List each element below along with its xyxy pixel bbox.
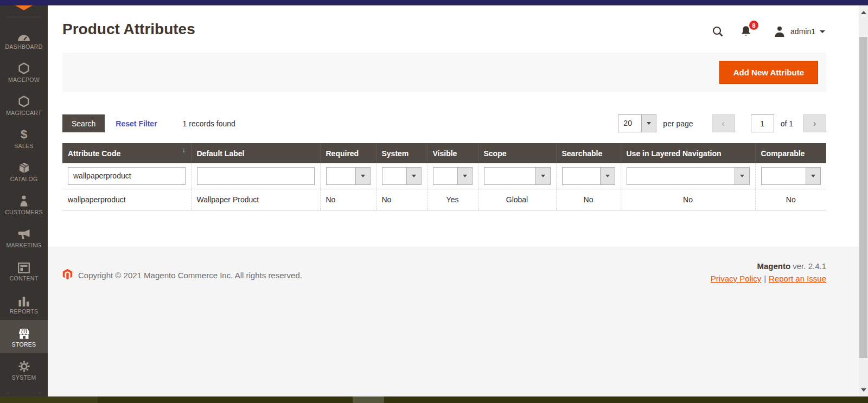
sidebar: DASHBOARD MAGEPOW MAGICCART $ SALES CATA… (0, 5, 48, 396)
admin-account-menu[interactable]: admin1 (774, 25, 825, 37)
per-page-select[interactable]: 20 (618, 114, 656, 132)
bottom-taskbar-edge (0, 396, 868, 403)
dropdown-arrow-icon[interactable] (806, 168, 820, 184)
dropdown-arrow-icon[interactable] (600, 168, 615, 184)
sidebar-item-catalog[interactable]: CATALOG (0, 155, 48, 188)
main-content: Product Attributes 8 admin1 Add New Attr… (48, 5, 859, 396)
reset-filter-link[interactable]: Reset Filter (116, 119, 157, 128)
page-number-input[interactable] (751, 114, 774, 132)
sidebar-item-system[interactable]: SYSTEM (0, 353, 48, 386)
dashboard-icon (17, 28, 31, 42)
chevron-down-icon (820, 30, 825, 33)
grid-data-row[interactable]: wallpaperproduct Wallpaper Product No No… (62, 189, 826, 210)
column-header-comparable[interactable]: Comparable (755, 143, 826, 163)
filter-attribute-code-input[interactable] (68, 167, 186, 185)
report-an-issue-link[interactable]: Report an Issue (769, 274, 826, 283)
stores-icon (17, 325, 31, 340)
filter-system-select[interactable] (382, 167, 422, 185)
user-icon (774, 25, 786, 37)
filter-layered-navigation-select[interactable] (627, 167, 750, 185)
per-page-label: per page (663, 119, 693, 128)
scroll-up-arrow[interactable] (859, 8, 868, 17)
cell-searchable[interactable]: No (556, 189, 621, 210)
cell-comparable[interactable]: No (755, 189, 826, 210)
column-header-visible[interactable]: Visible (427, 143, 478, 163)
sidebar-divider (7, 17, 41, 17)
grid-toolbar: Search Reset Filter 1 records found 20 p… (62, 114, 826, 132)
notifications-bell-icon[interactable]: 8 (740, 25, 752, 38)
magento-logo-icon (62, 268, 73, 282)
sidebar-item-magepow[interactable]: MAGEPOW (0, 55, 48, 88)
sidebar-item-label: SYSTEM (12, 374, 36, 381)
cell-attribute-code[interactable]: wallpaperproduct (62, 189, 191, 210)
sidebar-item-content[interactable]: CONTENT (0, 254, 48, 287)
add-new-attribute-button[interactable]: Add New Attribute (719, 61, 818, 84)
sidebar-item-label: STORES (12, 341, 36, 348)
filter-comparable-select[interactable] (761, 167, 821, 185)
column-header-searchable[interactable]: Searchable (556, 143, 621, 163)
grid-filter-row (62, 163, 826, 189)
filter-searchable-select[interactable] (562, 167, 615, 185)
column-header-system[interactable]: System (376, 143, 427, 163)
magento-logo-tip[interactable] (15, 5, 33, 10)
dropdown-arrow-icon[interactable] (457, 168, 472, 184)
cell-system[interactable]: No (376, 189, 427, 210)
page-count-label: of 1 (781, 119, 793, 128)
dropdown-arrow-icon[interactable] (355, 168, 370, 184)
sidebar-item-magiccart[interactable]: MAGICCART (0, 88, 48, 121)
vertical-scrollbar[interactable] (859, 5, 868, 396)
sidebar-item-label: MARKETING (6, 242, 41, 248)
search-button[interactable]: Search (62, 114, 105, 132)
sidebar-item-label: MAGICCART (6, 110, 42, 116)
system-icon (18, 359, 30, 373)
scrollbar-thumb[interactable] (859, 37, 867, 358)
sidebar-item-label: MAGEPOW (8, 76, 40, 83)
records-found-text: 1 records found (183, 119, 235, 128)
privacy-policy-link[interactable]: Privacy Policy (711, 274, 761, 283)
sidebar-item-dashboard[interactable]: DASHBOARD (0, 22, 48, 55)
filter-required-select[interactable] (326, 167, 371, 185)
content-icon (18, 259, 30, 273)
cell-visible[interactable]: Yes (427, 189, 478, 210)
column-header-default-label[interactable]: Default Label (191, 143, 320, 163)
sidebar-item-reports[interactable]: REPORTS (0, 287, 48, 320)
magiccart-icon (17, 94, 30, 108)
cell-default-label[interactable]: Wallpaper Product (191, 189, 320, 210)
dropdown-arrow-icon[interactable] (735, 168, 749, 184)
sidebar-item-label: CUSTOMERS (5, 209, 43, 215)
filter-scope-select[interactable] (484, 167, 551, 185)
cell-required[interactable]: No (320, 189, 376, 210)
sidebar-item-customers[interactable]: CUSTOMERS (0, 188, 48, 221)
cell-scope[interactable]: Global (478, 189, 556, 210)
sidebar-item-sales[interactable]: $ SALES (0, 121, 48, 155)
sidebar-item-label: DASHBOARD (5, 43, 42, 50)
sidebar-item-marketing[interactable]: MARKETING (0, 221, 48, 254)
catalog-icon (18, 160, 30, 174)
notification-count-badge[interactable]: 8 (749, 21, 758, 30)
cell-layered-navigation[interactable]: No (621, 189, 755, 210)
scroll-down-arrow[interactable] (859, 385, 868, 394)
header-actions: 8 admin1 (712, 20, 825, 43)
sidebar-item-label: REPORTS (10, 308, 39, 315)
sales-icon: $ (21, 127, 27, 141)
top-navy-bar (0, 0, 868, 5)
sidebar-nav: DASHBOARD MAGEPOW MAGICCART $ SALES CATA… (0, 22, 48, 386)
footer-version: ver. 2.4.1 (793, 261, 826, 271)
search-icon[interactable] (712, 25, 724, 37)
sort-descending-icon: ↓ (182, 146, 186, 154)
per-page-dropdown-button[interactable] (641, 115, 656, 132)
copyright-text: Copyright © 2021 Magento Commerce Inc. A… (78, 271, 302, 280)
customers-icon (18, 193, 29, 207)
next-page-button[interactable]: › (803, 114, 826, 132)
column-header-use-in-layered-navigation[interactable]: Use in Layered Navigation (621, 143, 755, 163)
column-header-required[interactable]: Required (320, 143, 376, 163)
dropdown-arrow-icon[interactable] (406, 168, 421, 184)
sidebar-item-stores[interactable]: STORES (0, 320, 48, 353)
previous-page-button[interactable]: ‹ (712, 114, 735, 132)
per-page-value: 20 (618, 115, 641, 132)
column-header-attribute-code[interactable]: Attribute Code↓ (62, 143, 191, 163)
filter-default-label-input[interactable] (197, 167, 315, 185)
filter-visible-select[interactable] (433, 167, 473, 185)
dropdown-arrow-icon[interactable] (535, 168, 550, 184)
column-header-scope[interactable]: Scope (478, 143, 556, 163)
